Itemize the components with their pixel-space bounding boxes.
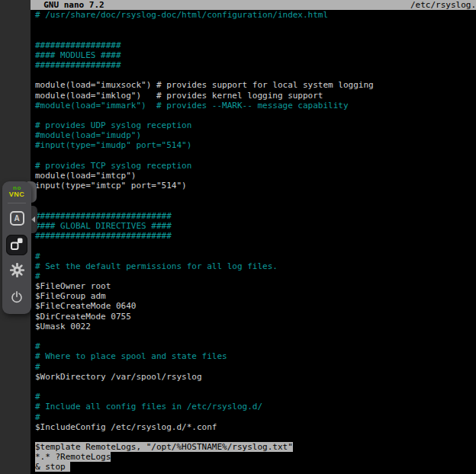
fullscreen-button[interactable] xyxy=(6,235,27,256)
terminal-line: module(load="imuxsock") # provides suppo… xyxy=(31,80,476,90)
terminal-line: *.* ?RemoteLogs xyxy=(31,452,476,462)
terminal-line: #### MODULES #### xyxy=(31,50,476,60)
terminal-line: $Umask 0022 xyxy=(31,322,476,331)
terminal-line xyxy=(31,241,476,251)
settings-button[interactable] xyxy=(6,261,27,282)
terminal-line: input(type="imtcp" port="514") xyxy=(31,181,476,191)
terminal-line: # xyxy=(31,341,476,351)
terminal-line xyxy=(31,30,476,40)
terminal-line: & stop xyxy=(31,462,476,472)
terminal-line xyxy=(31,70,476,80)
terminal-line: #module(load="imudp") xyxy=(31,130,476,140)
terminal-line: $FileGroup adm xyxy=(31,291,476,301)
terminal-line: module(load="imtcp") xyxy=(31,171,476,181)
power-icon xyxy=(10,290,24,306)
terminal-line xyxy=(31,432,476,442)
terminal-line: # xyxy=(31,251,476,261)
terminal-line: # xyxy=(31,271,476,281)
terminal-line xyxy=(31,151,476,161)
terminal-body: # /usr/share/doc/rsyslog-doc/html/config… xyxy=(31,10,476,472)
novnc-logo-vnc: VNC xyxy=(9,191,25,197)
terminal[interactable]: GNU nano 7.2 /etc/rsyslog. # /usr/share/… xyxy=(31,0,476,474)
terminal-line: #input(type="imudp" port="514") xyxy=(31,140,476,150)
terminal-line: # /usr/share/doc/rsyslog-doc/html/config… xyxy=(31,10,476,20)
terminal-line: #module(load="immark") # provides --MARK… xyxy=(31,101,476,110)
terminal-line: # xyxy=(31,412,476,422)
terminal-line: $WorkDirectory /var/spool/rsyslog xyxy=(31,372,476,382)
terminal-line: $FileOwner root xyxy=(31,281,476,291)
novnc-logo: no VNC xyxy=(9,185,25,197)
terminal-line: # provides UDP syslog reception xyxy=(31,120,476,130)
terminal-line: ########################### xyxy=(31,211,476,221)
vnc-screen: GNU nano 7.2 /etc/rsyslog. # /usr/share/… xyxy=(0,0,476,474)
terminal-line: # Where to place spool and state files xyxy=(31,351,476,361)
power-button[interactable] xyxy=(6,287,27,309)
terminal-line: # Set the default permissions for all lo… xyxy=(31,261,476,271)
gear-icon xyxy=(10,263,24,280)
terminal-line xyxy=(31,382,476,392)
terminal-line: $DirCreateMode 0755 xyxy=(31,312,476,322)
fullscreen-icon xyxy=(10,237,24,253)
terminal-line xyxy=(31,201,476,211)
terminal-line: # xyxy=(31,392,476,402)
terminal-line xyxy=(31,110,476,120)
terminal-line: ########################### xyxy=(31,231,476,241)
terminal-line: $FileCreateMode 0640 xyxy=(31,301,476,311)
chevron-left-icon xyxy=(31,216,35,223)
panel-divider xyxy=(8,203,26,203)
keyboard-button[interactable]: A xyxy=(6,208,27,229)
terminal-line: # Include all config files in /etc/rsysl… xyxy=(31,402,476,412)
terminal-line xyxy=(31,20,476,30)
terminal-line: $template RemoteLogs, "/opt/%HOSTNAME%/r… xyxy=(31,442,476,452)
terminal-line xyxy=(31,191,476,200)
terminal-line: ################# xyxy=(31,40,476,50)
terminal-line xyxy=(31,331,476,341)
terminal-line: # xyxy=(31,362,476,372)
terminal-line: module(load="imklog") # provides kernel … xyxy=(31,91,476,101)
terminal-line: #### GLOBAL DIRECTIVES #### xyxy=(31,221,476,231)
terminal-line: ################# xyxy=(31,60,476,70)
nano-filename-label: /etc/rsyslog. xyxy=(410,0,476,10)
terminal-line: $IncludeConfig /etc/rsyslog.d/*.conf xyxy=(31,422,476,432)
nano-titlebar: GNU nano 7.2 /etc/rsyslog. xyxy=(31,0,476,10)
keyboard-a-icon: A xyxy=(10,211,24,226)
nano-version-label: GNU nano 7.2 xyxy=(34,0,105,10)
novnc-control-bar: no VNC A xyxy=(2,181,31,314)
terminal-line: # provides TCP syslog reception xyxy=(31,161,476,171)
